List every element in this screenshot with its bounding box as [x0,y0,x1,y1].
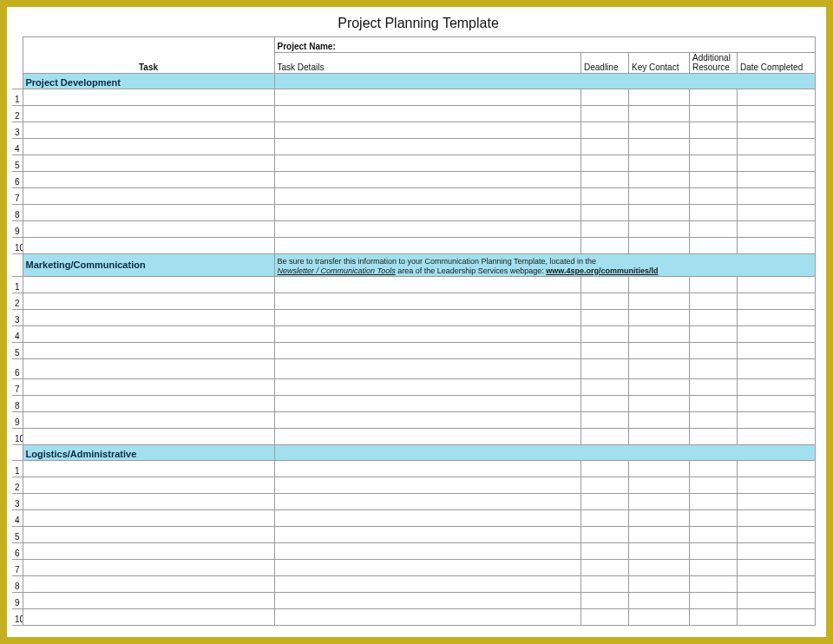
cell-resource[interactable] [689,412,737,429]
cell-deadline[interactable] [580,396,628,412]
cell-deadline[interactable] [580,477,628,494]
cell-task[interactable] [23,609,274,626]
cell-deadline[interactable] [580,609,628,626]
cell-date[interactable] [737,293,815,310]
cell-task[interactable] [23,310,274,326]
cell-deadline[interactable] [580,205,628,221]
cell-task[interactable] [23,560,274,576]
cell-resource[interactable] [689,576,737,593]
cell-task[interactable] [23,122,274,139]
cell-deadline[interactable] [580,238,628,254]
cell-contact[interactable] [628,343,689,359]
cell-date[interactable] [737,172,815,188]
cell-details[interactable] [274,527,580,543]
cell-details[interactable] [274,188,580,205]
cell-resource[interactable] [689,188,737,205]
cell-date[interactable] [737,238,815,254]
cell-contact[interactable] [628,277,689,293]
cell-date[interactable] [737,277,815,293]
cell-contact[interactable] [628,609,689,626]
cell-resource[interactable] [689,609,737,626]
cell-resource[interactable] [689,343,737,359]
cell-task[interactable] [23,379,274,396]
cell-details[interactable] [274,122,580,139]
cell-task[interactable] [23,461,274,477]
cell-resource[interactable] [689,221,737,238]
cell-deadline[interactable] [580,494,628,510]
cell-deadline[interactable] [580,412,628,429]
cell-details[interactable] [274,343,580,359]
cell-details[interactable] [274,429,580,445]
cell-deadline[interactable] [580,593,628,609]
cell-resource[interactable] [689,593,737,609]
cell-details[interactable] [274,609,580,626]
cell-deadline[interactable] [580,379,628,396]
cell-resource[interactable] [689,139,737,155]
cell-contact[interactable] [628,326,689,343]
cell-contact[interactable] [628,221,689,238]
cell-contact[interactable] [628,412,689,429]
cell-resource[interactable] [689,543,737,560]
cell-date[interactable] [737,221,815,238]
cell-task[interactable] [23,543,274,560]
cell-deadline[interactable] [580,188,628,205]
cell-resource[interactable] [689,205,737,221]
cell-task[interactable] [23,412,274,429]
cell-date[interactable] [737,494,815,510]
cell-details[interactable] [274,510,580,527]
cell-date[interactable] [737,527,815,543]
cell-details[interactable] [274,359,580,379]
cell-task[interactable] [23,510,274,527]
cell-deadline[interactable] [580,310,628,326]
cell-contact[interactable] [628,172,689,188]
cell-contact[interactable] [628,560,689,576]
cell-contact[interactable] [628,527,689,543]
cell-details[interactable] [274,576,580,593]
cell-deadline[interactable] [580,122,628,139]
cell-date[interactable] [737,543,815,560]
cell-details[interactable] [274,89,580,106]
cell-resource[interactable] [689,89,737,106]
cell-task[interactable] [23,89,274,106]
cell-task[interactable] [23,277,274,293]
cell-date[interactable] [737,106,815,122]
cell-resource[interactable] [689,396,737,412]
cell-details[interactable] [274,155,580,172]
cell-details[interactable] [274,461,580,477]
cell-details[interactable] [274,293,580,310]
cell-details[interactable] [274,139,580,155]
cell-task[interactable] [23,326,274,343]
cell-contact[interactable] [628,205,689,221]
cell-resource[interactable] [689,461,737,477]
cell-deadline[interactable] [580,172,628,188]
cell-date[interactable] [737,461,815,477]
cell-task[interactable] [23,172,274,188]
cell-date[interactable] [737,155,815,172]
cell-resource[interactable] [689,527,737,543]
cell-resource[interactable] [689,155,737,172]
cell-details[interactable] [274,396,580,412]
cell-deadline[interactable] [580,139,628,155]
cell-deadline[interactable] [580,221,628,238]
cell-task[interactable] [23,396,274,412]
cell-task[interactable] [23,106,274,122]
note-link[interactable]: www.4spe.org/communities/ld [546,266,658,275]
cell-resource[interactable] [689,277,737,293]
cell-contact[interactable] [628,155,689,172]
cell-resource[interactable] [689,379,737,396]
cell-task[interactable] [23,188,274,205]
cell-contact[interactable] [628,396,689,412]
cell-details[interactable] [274,172,580,188]
cell-contact[interactable] [628,293,689,310]
cell-date[interactable] [737,122,815,139]
cell-deadline[interactable] [580,510,628,527]
cell-details[interactable] [274,560,580,576]
cell-resource[interactable] [689,310,737,326]
cell-details[interactable] [274,477,580,494]
cell-task[interactable] [23,494,274,510]
cell-date[interactable] [737,326,815,343]
cell-contact[interactable] [628,122,689,139]
cell-details[interactable] [274,593,580,609]
cell-date[interactable] [737,412,815,429]
cell-details[interactable] [274,543,580,560]
